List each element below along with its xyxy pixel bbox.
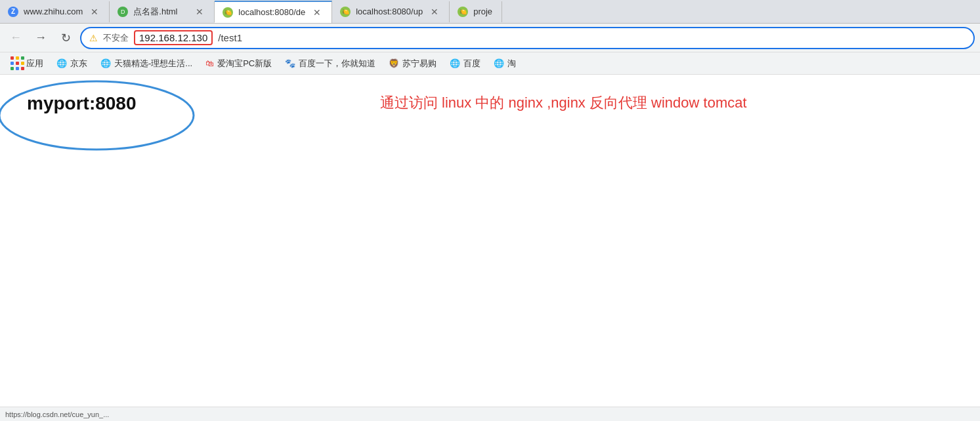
tab-favicon-zhihu: Z — [8, 7, 18, 17]
bookmark-label-baidu: 百度一下，你就知道 — [299, 58, 375, 70]
bookmark-icon-baidu: 🐾 — [285, 58, 295, 68]
apps-button[interactable]: 应用 — [5, 54, 49, 73]
bookmark-tianmao[interactable]: 🌐 天猫精选-理想生活... — [95, 55, 198, 72]
tab-favicon-project: 🍋 — [458, 7, 468, 17]
bookmark-jingdong[interactable]: 🌐 京东 — [51, 55, 93, 72]
bookmark-icon-taobao: 🌐 — [494, 58, 504, 68]
tab-close-localhost-up[interactable]: ✕ — [428, 5, 441, 18]
refresh-button[interactable]: ↻ — [55, 28, 76, 49]
tab-close-zhihu[interactable]: ✕ — [88, 5, 101, 18]
tab-close-localhost-de[interactable]: ✕ — [310, 6, 324, 19]
bookmark-aitaobao[interactable]: 🛍 爱淘宝PC新版 — [200, 55, 277, 72]
tab-favicon-diangqi: D — [117, 7, 128, 17]
tab-zhihu[interactable]: Z www.zhihu.com ✕ — [0, 1, 110, 22]
bookmark-label-jingdong: 京东 — [70, 58, 87, 70]
bookmark-baidu2[interactable]: 🌐 百度 — [444, 55, 486, 72]
bookmark-taobao[interactable]: 🌐 淘 — [488, 55, 521, 72]
tab-label-diangqi: 点名器.html — [133, 6, 188, 18]
myport-wrapper: myport:8080 — [16, 88, 147, 119]
bookmarks-bar: 应用 🌐 京东 🌐 天猫精选-理想生活... 🛍 爱淘宝PC新版 🐾 百度一下，… — [0, 52, 980, 75]
tab-project[interactable]: 🍋 proje — [450, 1, 502, 22]
center-description-text: 通过访问 linux 中的 nginx ,nginx 反向代理 window t… — [380, 93, 747, 113]
bookmark-label-tianmao: 天猫精选-理想生活... — [114, 58, 192, 70]
address-path: /test1 — [218, 32, 242, 43]
bookmark-icon-aitaobao: 🛍 — [205, 58, 214, 68]
tab-diangqi[interactable]: D 点名器.html ✕ — [110, 1, 215, 22]
back-button[interactable]: ← — [5, 28, 26, 49]
tab-localhost-up[interactable]: 🍋 localhost:8080/up ✕ — [332, 1, 450, 22]
tab-favicon-localhost-up: 🍋 — [340, 7, 351, 17]
bookmark-label-taobao: 淘 — [507, 58, 516, 70]
bookmark-icon-tianmao: 🌐 — [100, 58, 111, 68]
security-icon: ⚠ — [89, 33, 98, 43]
bookmark-label-aitaobao: 爱淘宝PC新版 — [217, 58, 272, 70]
address-bar[interactable]: ⚠ 不安全 192.168.12.130 /test1 — [80, 27, 975, 49]
apps-label: 应用 — [26, 58, 43, 70]
bookmark-icon-baidu2: 🌐 — [450, 58, 460, 68]
apps-grid-icon — [11, 56, 25, 71]
bookmark-suning[interactable]: 🦁 苏宁易购 — [383, 55, 442, 72]
security-label: 不安全 — [103, 32, 129, 44]
bookmark-label-suning: 苏宁易购 — [402, 58, 437, 70]
tab-close-diangqi[interactable]: ✕ — [193, 5, 206, 18]
tab-label-zhihu: www.zhihu.com — [24, 7, 83, 16]
bookmark-baidu[interactable]: 🐾 百度一下，你就知道 — [280, 55, 381, 72]
tab-localhost-de[interactable]: 🍋 localhost:8080/de ✕ — [215, 1, 332, 23]
tab-bar: Z www.zhihu.com ✕ D 点名器.html ✕ 🍋 localho… — [0, 0, 980, 24]
tab-label-project: proje — [473, 7, 494, 16]
tab-favicon-localhost-de: 🍋 — [223, 7, 233, 18]
address-ip: 192.168.12.130 — [134, 30, 213, 45]
bookmark-icon-suning: 🦁 — [389, 58, 399, 68]
tab-label-localhost-de: localhost:8080/de — [238, 7, 305, 17]
forward-button[interactable]: → — [30, 28, 51, 49]
bookmark-label-baidu2: 百度 — [463, 58, 480, 70]
myport-text: myport:8080 — [16, 88, 147, 119]
page-content: myport:8080 通过访问 linux 中的 nginx ,nginx 反… — [0, 75, 980, 396]
tab-label-localhost-up: localhost:8080/up — [356, 7, 423, 16]
bookmark-icon-jingdong: 🌐 — [56, 58, 67, 68]
toolbar: ← → ↻ ⚠ 不安全 192.168.12.130 /test1 — [0, 24, 980, 52]
